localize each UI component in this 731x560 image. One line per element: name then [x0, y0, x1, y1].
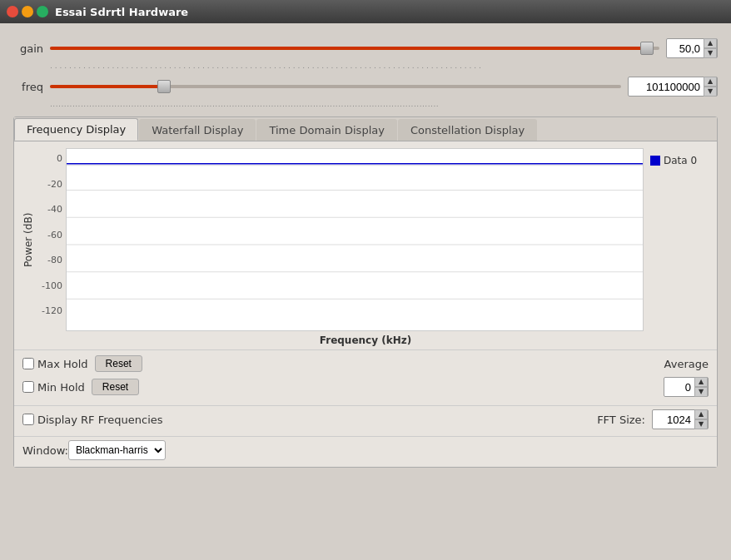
- min-hold-label: Min Hold: [37, 381, 85, 394]
- max-hold-label: Max Hold: [37, 358, 88, 370]
- min-hold-check-label[interactable]: Min Hold: [22, 381, 85, 394]
- average-spinbox[interactable]: ▲ ▼: [664, 377, 709, 397]
- bottom-left: Display RF Frequencies: [22, 414, 597, 426]
- tab-waterfall-display[interactable]: Waterfall Display: [139, 119, 256, 141]
- controls-right-1: Average: [664, 358, 709, 370]
- chart-svg-container: [66, 148, 644, 331]
- controls-left-2: Min Hold Reset: [22, 379, 664, 395]
- gain-row: gain ▲ ▼: [13, 38, 718, 58]
- gain-slider-track[interactable]: [50, 47, 659, 50]
- x-axis-label: Frequency (kHz): [21, 331, 710, 349]
- gain-ticks: . . . . . . . . . . . . . . . . . . . . …: [13, 62, 718, 70]
- y-tick-5: -100: [36, 280, 62, 291]
- chart-with-yticks: 0 -20 -40 -60 -80 -100 -120: [36, 148, 644, 331]
- max-hold-reset-button[interactable]: Reset: [95, 355, 142, 372]
- tab-container: Frequency Display Waterfall Display Time…: [13, 116, 718, 468]
- gain-spin-down[interactable]: ▼: [704, 48, 717, 58]
- average-label: Average: [664, 358, 709, 370]
- gain-label: gain: [13, 42, 43, 55]
- tab-time-domain-display[interactable]: Time Domain Display: [256, 119, 396, 141]
- controls-area-1: Max Hold Reset Average Min Hold Reset: [14, 349, 717, 405]
- gain-slider-fill: [50, 47, 647, 50]
- display-rf-label: Display RF Frequencies: [37, 414, 163, 426]
- gain-spinbox-buttons: ▲ ▼: [704, 38, 717, 58]
- window-title: Essai Sdrrtl Hardware: [55, 6, 188, 18]
- tab-frequency-display[interactable]: Frequency Display: [14, 118, 138, 141]
- y-tick-2: -40: [36, 204, 62, 215]
- window-row: Window: Blackman-harris Hanning Hamming …: [14, 436, 717, 467]
- display-rf-checkbox[interactable]: [22, 414, 34, 425]
- y-axis-label: Power (dB): [21, 148, 36, 331]
- bottom-right: FFT Size: ▲ ▼: [597, 409, 709, 429]
- fft-size-spin-down[interactable]: ▼: [694, 419, 708, 429]
- freq-ticks: ........................................…: [13, 100, 718, 108]
- freq-spin-up[interactable]: ▲: [704, 77, 717, 87]
- legend-area: Data 0: [644, 148, 710, 331]
- chart-area: Power (dB) 0 -20 -40 -60 -80 -100 -120: [14, 141, 717, 349]
- gain-spin-up[interactable]: ▲: [704, 38, 717, 48]
- window-select[interactable]: Blackman-harris Hanning Hamming Flat-top…: [68, 440, 166, 460]
- controls-left-1: Max Hold Reset: [22, 355, 664, 372]
- gain-spinbox[interactable]: ▲ ▼: [666, 38, 718, 58]
- y-tick-4: -80: [36, 255, 62, 265]
- y-tick-1: -20: [36, 179, 62, 190]
- freq-label: freq: [13, 81, 43, 93]
- legend-item-data0: Data 0: [650, 155, 704, 166]
- display-rf-check-label[interactable]: Display RF Frequencies: [22, 414, 163, 426]
- freq-slider-track[interactable]: [50, 85, 621, 88]
- max-hold-check-label[interactable]: Max Hold: [22, 358, 88, 370]
- title-bar: Essai Sdrrtl Hardware: [0, 0, 731, 23]
- freq-slider-container: [50, 78, 621, 95]
- y-tick-0: 0: [36, 153, 62, 164]
- fft-size-label: FFT Size:: [597, 414, 645, 426]
- fft-size-spinbox[interactable]: ▲ ▼: [652, 409, 709, 429]
- max-hold-checkbox[interactable]: [22, 358, 34, 369]
- y-ticks: 0 -20 -40 -60 -80 -100 -120: [36, 148, 66, 331]
- gain-slider-container: [50, 40, 659, 57]
- controls-row-2: Min Hold Reset ▲ ▼: [22, 377, 709, 397]
- maximize-button[interactable]: [37, 6, 48, 17]
- freq-spinbox[interactable]: ▲ ▼: [628, 77, 718, 97]
- freq-spin-down[interactable]: ▼: [704, 87, 717, 97]
- tab-constellation-display[interactable]: Constellation Display: [398, 119, 537, 141]
- controls-row-1: Max Hold Reset Average: [22, 355, 709, 372]
- min-hold-reset-button[interactable]: Reset: [92, 379, 139, 395]
- average-spin-up[interactable]: ▲: [694, 377, 708, 387]
- y-tick-6: -120: [36, 305, 62, 316]
- bottom-controls: Display RF Frequencies FFT Size: ▲ ▼: [14, 405, 717, 436]
- gain-input[interactable]: [667, 42, 704, 55]
- window-label: Window:: [22, 444, 68, 457]
- controls-right-2: ▲ ▼: [664, 377, 709, 397]
- fft-size-spinbox-buttons: ▲ ▼: [694, 409, 708, 429]
- legend-color-data0: [650, 156, 660, 166]
- freq-slider-fill: [50, 85, 164, 88]
- freq-slider-thumb[interactable]: [157, 80, 171, 93]
- average-spin-down[interactable]: ▼: [694, 387, 708, 397]
- minimize-button[interactable]: [22, 6, 33, 17]
- freq-input[interactable]: [629, 81, 704, 93]
- window-controls[interactable]: [7, 6, 48, 17]
- average-input[interactable]: [664, 381, 694, 394]
- y-tick-3: -60: [36, 230, 62, 240]
- freq-spinbox-buttons: ▲ ▼: [704, 77, 717, 97]
- gain-slider-thumb[interactable]: [640, 42, 654, 55]
- close-button[interactable]: [7, 6, 18, 17]
- chart-wrapper: Power (dB) 0 -20 -40 -60 -80 -100 -120: [21, 148, 710, 331]
- frequency-chart[interactable]: [66, 148, 644, 331]
- fft-size-input[interactable]: [653, 414, 694, 426]
- main-window: gain ▲ ▼ . . . . . . . . . . . . . . . .…: [0, 23, 731, 560]
- freq-row: freq ▲ ▼: [13, 77, 718, 97]
- min-hold-checkbox[interactable]: [22, 381, 34, 393]
- legend-label-data0: Data 0: [664, 155, 697, 166]
- fft-size-spin-up[interactable]: ▲: [694, 409, 708, 419]
- average-spinbox-buttons: ▲ ▼: [694, 377, 708, 397]
- tab-header: Frequency Display Waterfall Display Time…: [14, 117, 717, 141]
